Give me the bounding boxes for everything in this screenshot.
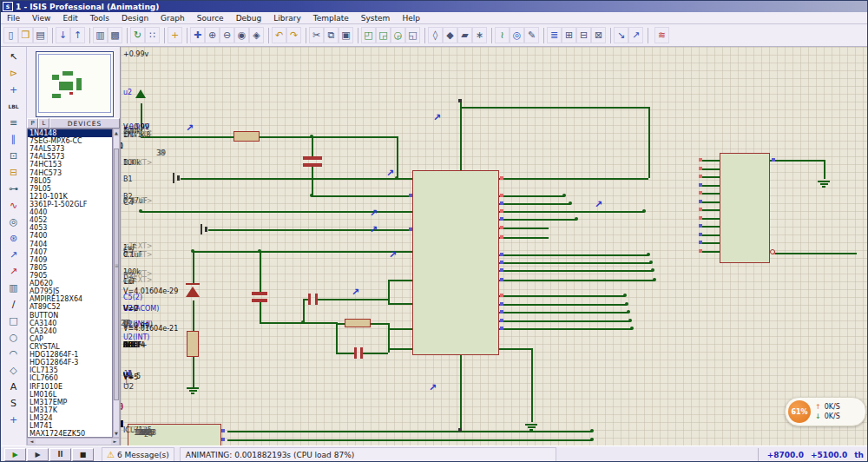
wire[interactable] <box>193 357 194 387</box>
subcircuit-mode-icon[interactable]: ⊡ <box>4 148 23 164</box>
device-list-item[interactable]: 74ALS373 <box>28 145 112 153</box>
tab-l[interactable]: L <box>38 118 49 129</box>
device-list-item[interactable]: HDG12864F-3 <box>28 359 112 366</box>
device-list-item[interactable]: 3361P-1-502GLF <box>28 201 112 208</box>
device-list-item[interactable]: LM741 <box>28 422 112 430</box>
grid-toggle-icon[interactable]: ∷ <box>145 27 160 43</box>
2d-circle-mode-icon[interactable]: ○ <box>4 329 23 346</box>
text-script-mode-icon[interactable]: ≡ <box>4 115 23 131</box>
resistor-body[interactable] <box>345 319 371 327</box>
2d-path-mode-icon[interactable]: ◇ <box>4 362 23 379</box>
battery-long-plate[interactable] <box>201 224 202 234</box>
graph-mode-icon[interactable]: ∿ <box>4 197 23 214</box>
wire[interactable] <box>499 304 627 306</box>
wire[interactable] <box>460 355 462 428</box>
2d-text-mode-icon[interactable]: A <box>4 379 23 395</box>
2d-line-mode-icon[interactable]: ∕ <box>4 296 23 313</box>
device-list-item[interactable]: LM317EMP <box>28 399 112 406</box>
device-list-item[interactable]: 1210-101K <box>28 193 112 201</box>
wire[interactable] <box>499 195 564 197</box>
menu-library[interactable]: Library <box>267 14 306 23</box>
wire[interactable] <box>702 226 720 228</box>
origin-icon[interactable]: + <box>168 27 182 43</box>
property-assignment-icon[interactable]: ✎ <box>524 27 539 43</box>
wire[interactable] <box>260 302 261 322</box>
menu-tools[interactable]: Tools <box>84 14 115 23</box>
voltage-probe-icon[interactable]: ↗ <box>389 251 397 260</box>
diode-cathode-bar[interactable] <box>186 283 200 285</box>
wire[interactable] <box>227 431 592 432</box>
device-list-item[interactable]: AD795JS <box>28 287 112 295</box>
device-list-item[interactable]: ICL7135 <box>28 366 112 374</box>
wire[interactable] <box>499 254 648 256</box>
new-sheet-icon[interactable]: ⊞ <box>562 27 576 43</box>
wire[interactable] <box>499 280 654 281</box>
wire[interactable] <box>702 218 720 220</box>
undo-icon[interactable]: ↶ <box>272 27 286 43</box>
wire[interactable] <box>499 237 549 239</box>
device-list-scrollbar[interactable]: ▲ ▼ <box>113 129 120 438</box>
voltage-probe-icon[interactable]: ↗ <box>433 114 441 122</box>
wire[interactable] <box>775 253 857 254</box>
wire[interactable] <box>336 323 345 325</box>
wire[interactable] <box>460 101 462 170</box>
device-list-item[interactable]: 4040 <box>28 208 112 216</box>
overview-minimap[interactable] <box>36 51 114 117</box>
wire[interactable] <box>318 299 388 300</box>
ground-symbol[interactable] <box>189 390 197 392</box>
wire[interactable] <box>181 178 412 180</box>
zoom-in-icon[interactable]: ⊕ <box>205 27 220 43</box>
device-list-item[interactable]: 7409 <box>28 256 112 264</box>
voltage-probe-icon[interactable]: ↗ <box>595 201 602 209</box>
wire[interactable] <box>702 160 720 162</box>
device-list-item[interactable]: 7404 <box>28 241 112 248</box>
wire[interactable] <box>702 242 720 244</box>
component-mode-icon[interactable]: ⊳ <box>4 65 23 82</box>
virtual-instruments-mode-icon[interactable]: ▥ <box>4 280 23 296</box>
ground-symbol[interactable] <box>191 393 194 394</box>
scroll-up-icon[interactable]: ▲ <box>114 129 119 136</box>
tab-p[interactable]: P <box>27 118 38 129</box>
pause-button[interactable]: II <box>49 448 71 461</box>
capacitor-plate[interactable] <box>360 347 363 359</box>
menu-system[interactable]: System <box>355 14 397 23</box>
voltage-probe-icon[interactable]: ↗ <box>370 209 378 218</box>
device-list-item[interactable]: 74ALS573 <box>28 153 112 161</box>
device-list-item[interactable]: 74HC153 <box>28 161 112 168</box>
wire[interactable] <box>303 299 305 322</box>
wire[interactable] <box>260 251 261 292</box>
device-pins-mode-icon[interactable]: ⊶ <box>4 181 23 197</box>
menu-view[interactable]: View <box>26 14 56 23</box>
wire[interactable] <box>363 353 388 354</box>
device-list-item[interactable]: AD620 <box>28 280 112 287</box>
ground-symbol[interactable] <box>525 424 537 426</box>
device-list-item[interactable]: AT89C52 <box>28 303 112 311</box>
wire[interactable] <box>499 262 651 264</box>
block-copy-icon[interactable]: ◰ <box>361 27 376 43</box>
voltage-probe-icon[interactable]: ↗ <box>370 226 378 234</box>
2d-box-mode-icon[interactable]: □ <box>4 313 23 329</box>
block-move-icon[interactable]: ◲ <box>376 27 391 43</box>
junction-dot-mode-icon[interactable]: + <box>4 82 23 98</box>
pick-parts-icon[interactable]: ◊ <box>428 27 443 43</box>
device-list-item[interactable]: 4053 <box>28 224 112 232</box>
wire[interactable] <box>702 193 720 195</box>
voltage-probe-mode-icon[interactable]: ↗ <box>4 247 23 263</box>
wire[interactable] <box>702 168 720 170</box>
wire[interactable] <box>499 320 630 322</box>
pan-icon[interactable]: ✚ <box>190 27 205 43</box>
device-list-item[interactable]: 7805 <box>28 264 112 272</box>
capacitor-plate[interactable] <box>303 163 322 167</box>
wire[interactable] <box>193 251 412 253</box>
wire-label-mode-icon[interactable]: LBL <box>4 98 23 115</box>
device-list-item[interactable]: HDG12864F-1 <box>28 351 112 359</box>
device-list-item[interactable]: IRF1010E <box>28 383 112 391</box>
print-icon[interactable]: ▥ <box>93 27 108 43</box>
menu-graph[interactable]: Graph <box>155 14 191 23</box>
device-list-item[interactable]: LM016L <box>28 391 112 399</box>
block-delete-icon[interactable]: ◱ <box>405 27 420 43</box>
device-list-item[interactable]: 7400 <box>28 232 112 240</box>
device-list-item[interactable]: CAP <box>28 335 112 343</box>
capacitor-plate[interactable] <box>354 347 357 359</box>
wire[interactable] <box>260 322 336 324</box>
